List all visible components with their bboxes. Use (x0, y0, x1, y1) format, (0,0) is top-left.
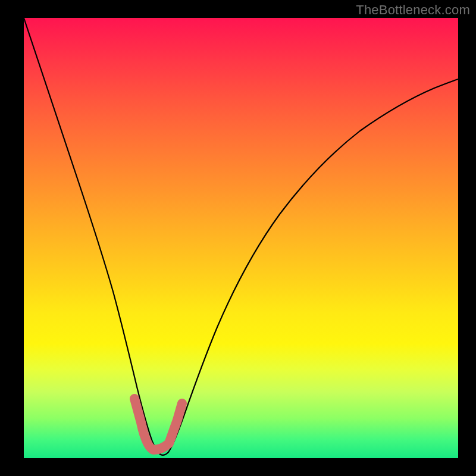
curve-svg (24, 18, 458, 458)
bottleneck-curve-path (24, 18, 458, 455)
chart-frame: TheBottleneck.com (0, 0, 476, 476)
plot-area (24, 18, 458, 458)
watermark-text: TheBottleneck.com (356, 2, 470, 18)
